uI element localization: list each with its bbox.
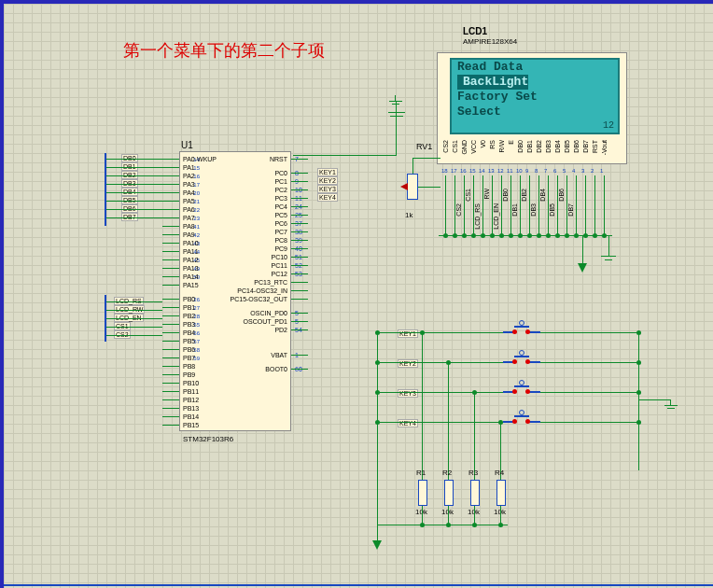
key-bus-right	[638, 330, 639, 470]
pot-body[interactable]	[407, 174, 418, 200]
mcu-pinname-right: BOOT0	[220, 365, 287, 374]
lcd-net-label: LCD_EN	[493, 203, 499, 230]
resistor-ref: R2	[442, 469, 452, 477]
mcu-pinname-left: PA15	[183, 281, 199, 290]
lcd-ref: LCD1	[463, 26, 487, 36]
key-gnd-arrow	[372, 540, 382, 550]
pot-wire-top	[412, 158, 413, 174]
lcd-line-3: Select	[452, 105, 618, 119]
resistor[interactable]	[496, 480, 506, 506]
lcd-pin-label: DB4	[554, 140, 561, 153]
lcd-net-label: CS1	[465, 189, 471, 202]
nrst-wire-v	[396, 102, 397, 156]
pot-ref: RV1	[416, 142, 432, 151]
lcd-pin-label: DB3	[545, 140, 552, 153]
key-net-label: KEY3	[398, 389, 418, 398]
mcu-part: STM32F103R6	[183, 435, 233, 443]
pushbutton[interactable]	[503, 385, 540, 399]
lcd-net-label: DB0	[502, 189, 509, 202]
net-label: KEY2	[317, 176, 338, 185]
net-label: KEY4	[317, 193, 338, 202]
lcd-pin-label: VCC	[470, 140, 477, 154]
lcd-pin-label: -Vout	[601, 140, 608, 155]
lcd-net-label: DB2	[521, 189, 527, 202]
lcd-pin-label: DB2	[536, 140, 542, 153]
resistor-ref: R4	[495, 469, 504, 477]
pot-wiper-arrow	[400, 183, 408, 190]
lcd-pin-label: DB6	[573, 140, 580, 153]
key-gnd-right	[664, 399, 678, 411]
key-net-label: KEY4	[398, 419, 418, 427]
pot-wire-h	[412, 158, 440, 159]
key-net-label: KEY2	[398, 359, 418, 368]
lcd-pin-label: E	[508, 140, 514, 145]
lcd-net-label: DB5	[549, 203, 555, 217]
key-net-label: KEY1	[398, 329, 418, 338]
lcd-pin-label: GND	[461, 140, 468, 155]
lcd-pin-label: CS1	[452, 140, 458, 153]
mcu-pinname-right: NRST	[220, 155, 287, 164]
mcu-ref: U1	[181, 140, 193, 150]
lcd-net-label: DB1	[511, 203, 518, 217]
lcd-part: AMPIRE128X64	[463, 37, 517, 46]
net-label: KEY3	[317, 185, 338, 193]
lcd-vout-bar1	[601, 256, 616, 257]
lcd-vout-bar2	[605, 259, 612, 260]
resistor[interactable]	[418, 480, 427, 506]
bottom-bus	[4, 584, 713, 586]
lcd-net-label: DB3	[530, 203, 537, 217]
nrst-wire	[293, 155, 396, 156]
resistor[interactable]	[470, 480, 480, 506]
resistor-bottom-bus	[377, 525, 508, 525]
lcd-pin-label: RST	[592, 140, 598, 153]
vcc-bar2	[388, 112, 405, 113]
lcd-pin-label: DB1	[526, 140, 533, 153]
pushbutton[interactable]	[503, 356, 540, 369]
lcd-pin-label: R/W	[498, 140, 505, 153]
pot-wiper	[418, 187, 440, 188]
power-arrow-icon	[578, 263, 587, 273]
lcd-pin-label: CS2	[442, 140, 449, 153]
nrst-gnd	[388, 95, 403, 106]
lcd-line-2: Factory Set	[452, 90, 618, 105]
resistor-ref: R3	[468, 469, 478, 477]
resistor-ref: R1	[416, 469, 426, 477]
resistor[interactable]	[444, 480, 454, 506]
lcd-net-label: DB6	[558, 189, 565, 202]
pushbutton[interactable]	[503, 415, 540, 428]
key-gnd-h	[638, 399, 671, 400]
mcu-pinname-right: PD2	[220, 326, 287, 335]
mcu-pinname-right: VBAT	[220, 351, 287, 360]
net-label: KEY1	[317, 168, 338, 176]
lcd-net-label: LCD_RS	[474, 203, 481, 230]
lcd-net-label: CS2	[455, 203, 462, 217]
lcd-common-bus	[439, 235, 612, 236]
lcd-pin-label: DB0	[517, 140, 524, 153]
lcd-net-label: RW	[483, 189, 490, 200]
key-bus-left	[377, 330, 378, 525]
lcd-pin-label: DB7	[582, 140, 589, 153]
lcd-line-0: Read Data	[452, 60, 618, 75]
annotation-text: 第一个菜单下的第二个子项	[123, 39, 325, 62]
lcd-pin-label: RS	[489, 140, 496, 149]
mcu-pinname-left: PB15	[183, 421, 199, 430]
lcd-screen: Read Data BackLight Factory Set Select 1…	[450, 58, 620, 134]
key-gnd-down	[377, 525, 378, 541]
lcd-net-label: DB4	[539, 189, 546, 202]
lcd-line-1-selected: BackLight	[457, 75, 528, 90]
lcd-corner-num: 12	[603, 120, 614, 131]
lcd-gnd-v	[582, 235, 583, 263]
mcu-pinname-right: PC15-OSC32_OUT	[220, 295, 287, 304]
vcc-bar1	[390, 116, 403, 117]
pot-val: 1k	[405, 211, 412, 219]
schematic-canvas[interactable]: 第一个菜单下的第二个子项 U1 STM32F103R6 14 PA0-WKUP1…	[0, 0, 713, 588]
lcd-pin-label: DB5	[564, 140, 570, 153]
lcd-net-label: DB7	[567, 203, 574, 217]
lcd-pin-label: V0	[480, 140, 486, 148]
lcd-vout-v	[608, 235, 609, 256]
pushbutton[interactable]	[503, 326, 540, 339]
